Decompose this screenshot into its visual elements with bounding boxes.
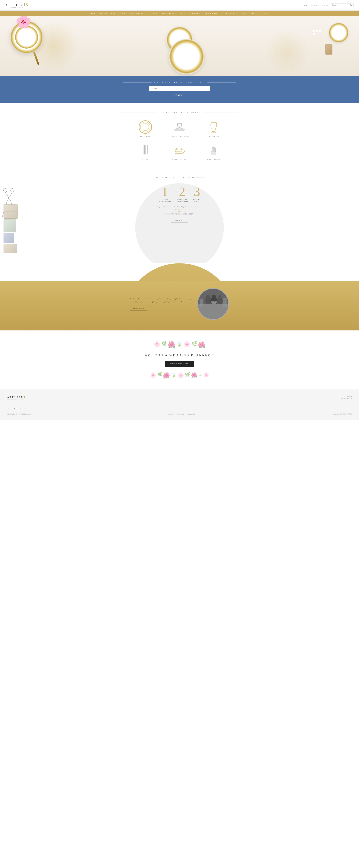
signup-link[interactable]: SIGN UP: [311, 4, 319, 6]
nav-exceptional[interactable]: EXCEPTIONAL PIECES: [222, 12, 245, 14]
dinnerware-icon: [138, 120, 153, 134]
nav-home-decor[interactable]: HOME DECOR: [111, 12, 125, 14]
nav-new[interactable]: NEW: [91, 12, 95, 14]
registry-cta: DESIGN YOUR PERFECT REGISTRY: [7, 213, 352, 215]
svg-point-29: [10, 189, 14, 192]
svg-point-36: [206, 294, 210, 298]
header-right: BLOG SIGN UP LOGIN 🔍: [303, 3, 354, 7]
logo-num: 16: [23, 2, 28, 7]
svg-rect-19: [211, 152, 216, 155]
cat-item-dinnerware: DINNERWARE: [130, 120, 161, 137]
pinterest-icon[interactable]: p: [13, 407, 16, 410]
blog-link[interactable]: BLOG: [303, 4, 308, 6]
cutlery-icon: [138, 143, 153, 157]
social-icons: f p t i: [7, 407, 352, 410]
nav-vintage[interactable]: VINTAGE: [249, 12, 259, 14]
login-link[interactable]: LOGIN: [322, 4, 328, 6]
cat-img-cutlery: [137, 143, 154, 157]
categories-section: OUR PRODUCT CATEGORIES DINNERWARE: [0, 103, 359, 169]
logo-sub: ARCHITECTS OF JOY: [5, 7, 28, 8]
flowers-bottom: 🌸 🌿 🌺 🍃 🌸 🌿 🌺 🍃 🌸: [7, 372, 352, 379]
nav-sale[interactable]: SALE: [263, 12, 269, 14]
svg-rect-8: [177, 123, 182, 124]
registry-description: Help your loved ones offer the right gif…: [7, 206, 352, 208]
svg-point-38: [212, 294, 216, 298]
home-decor-icon: [206, 143, 221, 157]
logo-text: ATELIER: [5, 3, 23, 7]
glassware-icon: [206, 120, 221, 134]
registry-step-1: 1 SELECTDESIRED GIFTS: [159, 185, 171, 202]
registry-step-2: 2 SHARE WITHYOUR GUESTS: [176, 185, 188, 202]
footer-privacy[interactable]: Privacy: [168, 413, 173, 415]
search-input[interactable]: [332, 4, 350, 6]
svg-point-28: [3, 189, 7, 192]
cat-item-cutlery: CUTLERY: [130, 143, 161, 160]
step-3-label: RECEIVEGIFTS: [193, 199, 200, 202]
nav-cutlery[interactable]: CUTLERY: [148, 12, 157, 14]
coffee-tea-icon: COFFEE: [172, 143, 187, 157]
logo: ATELIER16 ARCHITECTS OF JOY: [5, 2, 28, 8]
search-icon: 🔍: [350, 4, 352, 6]
step-2-label: SHARE WITHYOUR GUESTS: [176, 199, 188, 202]
svg-rect-42: [200, 299, 203, 307]
footer-terms[interactable]: Terms of use: [177, 413, 184, 415]
svg-rect-43: [223, 298, 227, 308]
journal-photo: [197, 288, 229, 320]
find-couple-section: FIND A ATELIER SIXTEEN COUPLE SEARCH: [0, 76, 359, 103]
gold-arch-section: The Atelier 16 journal features tips on …: [0, 263, 359, 331]
registry-step-3: 3 RECEIVEGIFTS: [193, 185, 200, 202]
step-2-num: 2: [176, 185, 188, 198]
nav-bed-bath[interactable]: BED & BATH: [205, 12, 218, 14]
footer-logo: ATELIER16 ARCHITECTS OF JOY: [7, 395, 27, 400]
footer-return[interactable]: Return policy: [188, 413, 196, 415]
svg-point-17: [176, 148, 182, 150]
journal-photo-inner: [198, 289, 228, 319]
step-1-num: 1: [159, 185, 171, 198]
main-nav: NEW BRAND HOME DECOR DINNERWARE CUTLERY …: [0, 10, 359, 16]
cat-item-table-accessories: TABLE ACCESSORIES: [164, 120, 195, 137]
header-nav-links: BLOG SIGN UP LOGIN: [303, 4, 328, 6]
work-with-us-button[interactable]: WORK WITH US: [165, 361, 194, 367]
cat-img-home-decor: [205, 143, 222, 157]
nav-glassware[interactable]: GLASSWARE: [162, 12, 174, 14]
instagram-icon[interactable]: i: [24, 407, 28, 410]
view-blog-button[interactable]: VIEW BLOG: [130, 306, 147, 310]
registry-section: ✦ THE REGISTRY OF YOUR DREAMS 1 SELECTDE…: [0, 169, 359, 237]
footer: ATELIER16 ARCHITECTS OF JOY BLOG OUR STO…: [0, 390, 359, 420]
planner-title: ARE YOU A WEDDING PLANNER ?: [7, 353, 352, 357]
footer-top: ATELIER16 ARCHITECTS OF JOY BLOG OUR STO…: [7, 395, 352, 404]
find-couple-input[interactable]: [149, 86, 210, 91]
cat-label-table-accessories: TABLE ACCESSORIES: [169, 136, 190, 137]
cat-item-coffee-tea: COFFEE COFFEE & TEA: [164, 143, 195, 160]
sign-up-button[interactable]: SIGN UP: [171, 218, 188, 223]
nav-brand[interactable]: BRAND: [100, 12, 107, 14]
search-box: 🔍: [331, 3, 354, 7]
cat-label-coffee-tea: COFFEE & TEA: [172, 159, 186, 160]
footer-bottom: ©2020 Atelier 16, Inc. All Rights reserv…: [7, 413, 352, 415]
step-3-num: 3: [193, 185, 200, 198]
cat-img-coffee-tea: COFFEE: [171, 143, 188, 157]
flowers-top: 🌸 🌿 🌺 🍃 🌸 🌿 🌺: [7, 341, 352, 348]
nav-dinnerware[interactable]: DINNERWARE: [130, 12, 143, 14]
find-couple-title: FIND A ATELIER SIXTEEN COUPLE: [3, 81, 356, 84]
designed-by: Designed by CONCEPT STUDIO: [332, 413, 352, 415]
facebook-icon[interactable]: f: [7, 407, 10, 410]
nav-table-accessories[interactable]: TABLE ACCESSORIES: [178, 12, 200, 14]
footer-blog-link[interactable]: BLOG: [347, 396, 352, 397]
wedding-photo: [198, 288, 228, 320]
footer-logo-sub: ARCHITECTS OF JOY: [7, 399, 24, 400]
search-button[interactable]: SEARCH: [171, 93, 188, 97]
find-input-wrap: [3, 86, 356, 91]
table-accessories-icon: [172, 120, 187, 134]
cat-item-glassware: GLASSWARE: [198, 120, 229, 137]
footer-right-links: BLOG OUR STORY: [341, 396, 352, 400]
footer-logo-num: 16: [24, 395, 27, 399]
footer-our-story-link[interactable]: OUR STORY: [341, 398, 352, 400]
cat-label-cutlery[interactable]: CUTLERY: [141, 159, 149, 160]
twitter-icon[interactable]: t: [19, 407, 22, 410]
footer-bottom-links: Privacy | Terms of use | Return policy: [168, 413, 196, 415]
journal-body: The Atelier 16 journal features tips on …: [130, 298, 192, 303]
registry-steps: 1 SELECTDESIRED GIFTS 2 SHARE WITHYOUR G…: [7, 185, 352, 202]
footer-logo-text: ATELIER: [7, 396, 24, 399]
categories-title: OUR PRODUCT CATEGORIES: [7, 112, 352, 114]
